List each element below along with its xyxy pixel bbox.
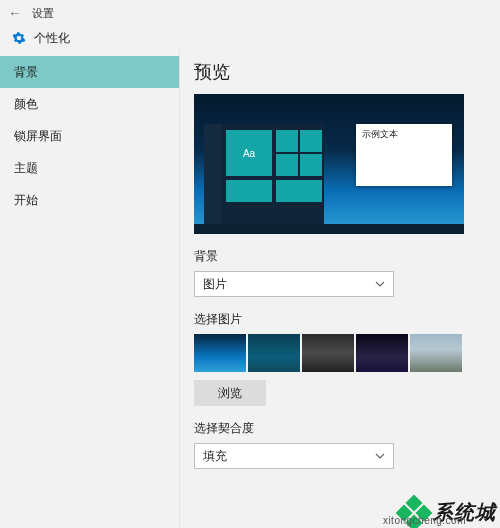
- preview-taskbar: [194, 224, 464, 234]
- thumbnail[interactable]: [410, 334, 462, 372]
- sidebar-item-colors[interactable]: 颜色: [0, 88, 179, 120]
- settings-window: ← 设置 个性化 背景 颜色 锁屏界面 主题 开始 预: [0, 0, 500, 528]
- thumbnail[interactable]: [302, 334, 354, 372]
- browse-label: 浏览: [218, 386, 242, 400]
- back-button[interactable]: ←: [8, 5, 26, 21]
- preview-tile-sample: Aa: [226, 130, 272, 176]
- main-pane: 预览 Aa 示例文本 背景 图片: [180, 50, 500, 528]
- background-combobox[interactable]: 图片: [194, 271, 394, 297]
- sidebar-item-background[interactable]: 背景: [0, 56, 179, 88]
- sidebar-item-lockscreen[interactable]: 锁屏界面: [0, 120, 179, 152]
- thumbnail[interactable]: [356, 334, 408, 372]
- background-value: 图片: [203, 276, 227, 293]
- preview-heading: 预览: [194, 60, 486, 84]
- picture-thumbnails: [194, 334, 486, 372]
- chevron-down-icon: [375, 279, 385, 289]
- fit-combobox[interactable]: 填充: [194, 443, 394, 469]
- wallpaper-preview: Aa 示例文本: [194, 94, 464, 234]
- category-header: 个性化: [0, 26, 500, 50]
- fit-value: 填充: [203, 448, 227, 465]
- sidebar: 背景 颜色 锁屏界面 主题 开始: [0, 50, 180, 528]
- sidebar-item-label: 锁屏界面: [14, 129, 62, 143]
- content-area: 背景 颜色 锁屏界面 主题 开始 预览 Aa: [0, 50, 500, 528]
- sidebar-item-start[interactable]: 开始: [0, 184, 179, 216]
- background-label: 背景: [194, 248, 486, 265]
- preview-start-menu: Aa: [204, 124, 324, 224]
- choose-picture-label: 选择图片: [194, 311, 486, 328]
- preview-sample-window: 示例文本: [356, 124, 452, 186]
- sidebar-item-label: 开始: [14, 193, 38, 207]
- topbar: ← 设置: [0, 0, 500, 26]
- category-title: 个性化: [34, 30, 70, 47]
- app-title: 设置: [32, 6, 54, 21]
- fit-label: 选择契合度: [194, 420, 486, 437]
- browse-button[interactable]: 浏览: [194, 380, 266, 406]
- thumbnail[interactable]: [248, 334, 300, 372]
- sidebar-item-label: 主题: [14, 161, 38, 175]
- gear-icon: [12, 31, 26, 45]
- sidebar-item-themes[interactable]: 主题: [0, 152, 179, 184]
- preview-sample-text: 示例文本: [362, 129, 398, 139]
- thumbnail[interactable]: [194, 334, 246, 372]
- sidebar-item-label: 背景: [14, 65, 38, 79]
- sidebar-item-label: 颜色: [14, 97, 38, 111]
- chevron-down-icon: [375, 451, 385, 461]
